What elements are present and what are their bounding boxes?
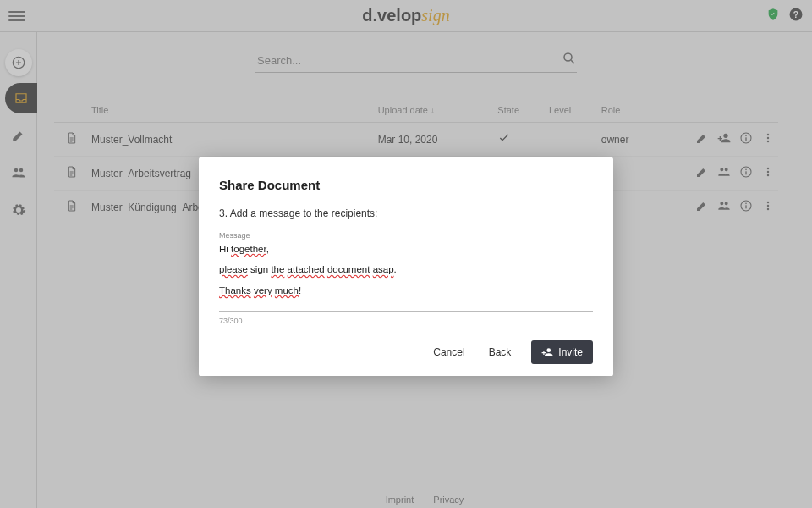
person-add-icon [541, 346, 553, 358]
modal-step-label: 3. Add a message to the recipients: [219, 207, 593, 219]
cancel-button[interactable]: Cancel [430, 341, 468, 363]
char-counter: 73/300 [219, 317, 593, 325]
invite-button[interactable]: Invite [531, 340, 593, 364]
message-body[interactable]: Hi together, please sign the attached do… [219, 241, 593, 298]
modal-backdrop[interactable]: Share Document 3. Add a message to the r… [0, 0, 812, 508]
message-field[interactable]: Message Hi together, please sign the att… [219, 231, 593, 312]
back-button[interactable]: Back [486, 341, 515, 363]
modal-title: Share Document [219, 178, 593, 192]
share-document-modal: Share Document 3. Add a message to the r… [199, 157, 613, 376]
message-label: Message [219, 231, 593, 240]
